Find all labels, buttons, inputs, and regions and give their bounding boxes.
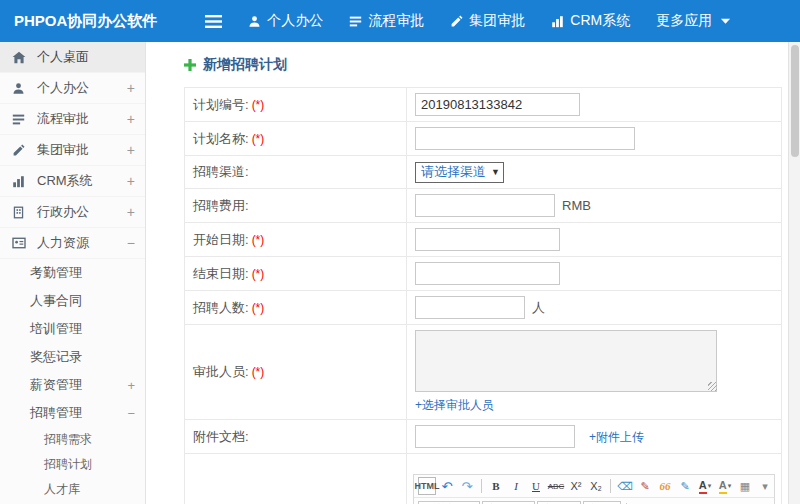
sidebar-item-label: 招聘计划 bbox=[44, 456, 92, 473]
table-icon[interactable]: ▦ bbox=[736, 477, 754, 495]
expand-plus-icon[interactable]: + bbox=[127, 204, 135, 220]
font-family-select[interactable]: 字体▾ bbox=[537, 501, 580, 504]
align-justify-icon[interactable]: ≡ bbox=[692, 501, 710, 504]
scrollbar-thumb[interactable] bbox=[791, 45, 799, 157]
app-brand: PHPOA协同办公软件 bbox=[0, 12, 171, 31]
toolbar-overflow-icon[interactable]: ⋯ bbox=[752, 501, 770, 504]
nav-crm-system[interactable]: CRM系统 bbox=[551, 12, 630, 30]
sidebar-item-hr[interactable]: 人力资源 − bbox=[0, 228, 145, 259]
top-navigation: 个人办公 流程审批 集团审批 CRM系统 更多应用 bbox=[248, 12, 731, 30]
blockquote-icon[interactable]: 66 bbox=[656, 477, 674, 495]
expand-plus-icon[interactable]: + bbox=[127, 378, 135, 393]
align-left-icon[interactable]: ≡ bbox=[632, 501, 650, 504]
format-brush-icon[interactable]: ✎ bbox=[636, 477, 654, 495]
bold-button[interactable]: B bbox=[487, 477, 505, 495]
sidebar-item-admin-office[interactable]: 行政办公 + bbox=[0, 197, 145, 228]
sidebar-item-talent-pool[interactable]: 人才库 bbox=[0, 477, 145, 502]
sidebar-item-workflow-approval[interactable]: 流程审批 + bbox=[0, 104, 145, 135]
field-label: 计划编号:(*) bbox=[185, 88, 407, 122]
toolbar-separator bbox=[481, 479, 482, 493]
sidebar-item-label: 招聘需求 bbox=[44, 431, 92, 448]
remove-format-icon[interactable]: ⌫ bbox=[616, 477, 634, 495]
redo-icon[interactable]: ↷ bbox=[458, 477, 476, 495]
highlight-glyph: A bbox=[719, 479, 727, 494]
cost-unit: RMB bbox=[562, 198, 591, 213]
sidebar-item-crm[interactable]: CRM系统 + bbox=[0, 166, 145, 197]
undo-icon[interactable]: ↶ bbox=[438, 477, 456, 495]
sidebar-item-label: 个人办公 bbox=[37, 79, 89, 97]
required-mark: (*) bbox=[252, 301, 265, 315]
align-center-icon[interactable]: ≡ bbox=[652, 501, 670, 504]
nav-more-apps[interactable]: 更多应用 bbox=[656, 12, 731, 30]
font-size-select[interactable]: 字号▾ bbox=[583, 501, 621, 504]
collapse-minus-icon[interactable]: − bbox=[127, 235, 135, 251]
choose-approver-link[interactable]: +选择审批人员 bbox=[415, 397, 773, 414]
expand-plus-icon[interactable]: + bbox=[127, 111, 135, 127]
field-cell bbox=[407, 257, 782, 291]
person-icon bbox=[248, 15, 261, 28]
required-mark: (*) bbox=[252, 132, 265, 146]
toolbar-more-icon[interactable]: ▾ bbox=[756, 477, 774, 495]
label-text: 计划编号: bbox=[193, 97, 249, 112]
headcount-input[interactable] bbox=[415, 296, 525, 319]
resize-handle-icon[interactable] bbox=[708, 382, 717, 391]
nav-group-approval[interactable]: 集团审批 bbox=[450, 12, 525, 30]
sidebar-item-salary[interactable]: 薪资管理 + bbox=[0, 371, 145, 399]
sidebar-item-label: 薪资管理 bbox=[30, 376, 82, 394]
sidebar-item-label: 人力资源 bbox=[37, 234, 89, 252]
superscript-button[interactable]: X² bbox=[567, 477, 585, 495]
outdent-icon[interactable]: ⇤ bbox=[732, 501, 750, 504]
underline-button[interactable]: U bbox=[527, 477, 545, 495]
plan-no-input[interactable] bbox=[415, 93, 580, 116]
field-cell: +选择审批人员 bbox=[407, 325, 782, 420]
form-row-editor: HTML ↶ ↷ B I U ABC X² X₂ ⌫ ✎ bbox=[185, 454, 782, 504]
hamburger-menu-icon[interactable] bbox=[205, 15, 222, 28]
sidebar-item-recruit-plan[interactable]: 招聘计划 bbox=[0, 452, 145, 477]
sidebar-item-recruit-mgmt[interactable]: 招聘管理 − bbox=[0, 399, 145, 427]
align-right-icon[interactable]: ≡ bbox=[672, 501, 690, 504]
attachment-upload-link[interactable]: +附件上传 bbox=[589, 429, 644, 446]
pencil-icon[interactable]: ✎ bbox=[676, 477, 694, 495]
id-card-icon bbox=[12, 236, 29, 251]
plan-name-input[interactable] bbox=[415, 127, 635, 150]
topbar: PHPOA协同办公软件 个人办公 流程审批 集团审批 CRM系统 bbox=[0, 0, 800, 42]
nav-label: 流程审批 bbox=[368, 12, 424, 30]
sidebar-item-rewards[interactable]: 奖惩记录 bbox=[0, 343, 145, 371]
vertical-scrollbar[interactable] bbox=[788, 42, 800, 504]
cost-input[interactable] bbox=[415, 194, 555, 217]
expand-plus-icon[interactable]: + bbox=[127, 80, 135, 96]
sidebar-item-attendance[interactable]: 考勤管理 bbox=[0, 259, 145, 287]
sidebar-item-label: 考勤管理 bbox=[30, 264, 82, 282]
nav-workflow-approval[interactable]: 流程审批 bbox=[349, 12, 424, 30]
sidebar-item-group-approval[interactable]: 集团审批 + bbox=[0, 135, 145, 166]
italic-button[interactable]: I bbox=[507, 477, 525, 495]
end-date-input[interactable] bbox=[415, 262, 560, 285]
attachment-input[interactable] bbox=[415, 425, 575, 448]
sidebar-item-label: CRM系统 bbox=[37, 172, 93, 190]
sidebar-item-hr-contract[interactable]: 人事合同 bbox=[0, 287, 145, 315]
sidebar-item-desktop[interactable]: 个人桌面 bbox=[0, 42, 145, 73]
recruit-plan-form: 计划编号:(*) 计划名称:(*) 招聘渠道: bbox=[184, 87, 782, 504]
sidebar-item-personal-office[interactable]: 个人办公 + bbox=[0, 73, 145, 104]
form-row-approver: 审批人员:(*) +选择审批人员 bbox=[185, 325, 782, 420]
field-label bbox=[185, 454, 407, 504]
expand-plus-icon[interactable]: + bbox=[127, 173, 135, 189]
caret-down-icon: ▾ bbox=[708, 482, 712, 490]
custom-title-select[interactable]: 自定义标题▾ bbox=[418, 501, 480, 504]
font-color-button[interactable]: A▾ bbox=[696, 477, 714, 495]
sidebar-item-recruit-demand[interactable]: 招聘需求 bbox=[0, 427, 145, 452]
approver-textarea[interactable] bbox=[415, 330, 717, 392]
html-source-button[interactable]: HTML bbox=[418, 477, 436, 495]
subscript-button[interactable]: X₂ bbox=[587, 477, 605, 495]
channel-select[interactable]: 请选择渠道 ▼ bbox=[415, 162, 504, 183]
highlight-color-button[interactable]: A▾ bbox=[716, 477, 734, 495]
start-date-input[interactable] bbox=[415, 228, 560, 251]
nav-personal-office[interactable]: 个人办公 bbox=[248, 12, 323, 30]
indent-icon[interactable]: ⇥ bbox=[712, 501, 730, 504]
sidebar-item-training[interactable]: 培训管理 bbox=[0, 315, 145, 343]
expand-plus-icon[interactable]: + bbox=[127, 142, 135, 158]
paragraph-format-select[interactable]: 段落格式▾ bbox=[482, 501, 535, 504]
required-mark: (*) bbox=[252, 233, 265, 247]
collapse-minus-icon[interactable]: − bbox=[127, 406, 135, 421]
strikethrough-button[interactable]: ABC bbox=[547, 477, 565, 495]
